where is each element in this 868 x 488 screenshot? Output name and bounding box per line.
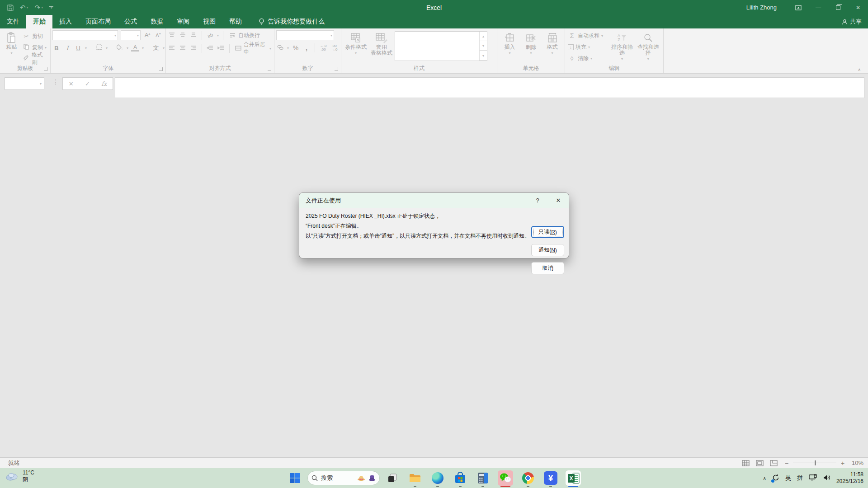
orientation-button[interactable]: ab	[205, 31, 215, 39]
tab-insert[interactable]: 插入	[52, 15, 79, 28]
undo-dropdown-icon[interactable]: ▾	[27, 5, 28, 9]
paste-button[interactable]: 粘贴 ▾	[2, 30, 21, 64]
insert-dropdown-icon[interactable]: ▾	[509, 50, 510, 56]
clear-button[interactable]: ◊清除▾	[567, 53, 609, 63]
autosum-dropdown-icon[interactable]: ▾	[601, 34, 603, 38]
tab-home[interactable]: 开始	[26, 15, 52, 28]
decrease-decimal-button[interactable]: .00→.0	[330, 44, 338, 52]
insert-cells-button[interactable]: 插入 ▾	[500, 30, 520, 64]
fill-dropdown-icon[interactable]: ▾	[588, 45, 590, 49]
format-cells-button[interactable]: 格式 ▾	[542, 30, 562, 64]
tab-view[interactable]: 视图	[196, 15, 222, 28]
restore-button[interactable]	[828, 0, 848, 15]
formula-bar-handle-icon[interactable]: ⋮	[52, 78, 59, 85]
conditional-formatting-button[interactable]: 条件格式 ▾	[343, 30, 368, 64]
bold-button[interactable]: B	[52, 45, 61, 52]
tab-formulas[interactable]: 公式	[118, 15, 144, 28]
taskbar-search-box[interactable]: 搜索	[307, 471, 380, 485]
accounting-format-button[interactable]	[276, 45, 284, 52]
normal-view-button[interactable]	[742, 460, 750, 466]
sort-filter-dropdown-icon[interactable]: ▾	[621, 56, 623, 62]
name-box-dropdown-icon[interactable]: ▾	[40, 82, 42, 86]
font-dialog-launcher[interactable]	[159, 67, 163, 71]
taskbar-icon-chrome[interactable]	[518, 468, 538, 488]
cell-styles-gallery[interactable]: ▴ ▾ ▾	[395, 31, 487, 61]
zoom-level[interactable]: 10%	[849, 460, 863, 466]
percent-style-button[interactable]: %	[292, 44, 300, 52]
taskbar-weather-widget[interactable]: 11°C阴	[5, 469, 34, 483]
autosum-button[interactable]: Σ自动求和▾	[567, 31, 609, 41]
increase-font-size-button[interactable]: A▴	[143, 32, 151, 38]
font-size-combobox[interactable]: ▾	[121, 30, 141, 40]
cancel-button[interactable]: 取消	[531, 262, 564, 274]
format-cells-dropdown-icon[interactable]: ▾	[551, 50, 553, 56]
customize-qat-button[interactable]: ▾	[49, 6, 53, 9]
redo-button[interactable]: ↷▾	[35, 4, 43, 12]
clear-dropdown-icon[interactable]: ▾	[590, 56, 592, 61]
fill-color-dropdown-icon[interactable]: ▾	[127, 46, 128, 50]
tab-help[interactable]: 帮助	[222, 15, 249, 28]
accounting-dropdown-icon[interactable]: ▾	[287, 46, 289, 50]
comma-style-button[interactable]: ,	[302, 44, 311, 52]
page-break-view-button[interactable]	[770, 460, 778, 466]
taskbar-icon-excel[interactable]: X	[563, 468, 583, 488]
minimize-button[interactable]: —	[808, 0, 828, 15]
copy-dropdown-icon[interactable]: ▾	[45, 46, 47, 50]
hidden-icons-chevron-icon[interactable]: ∧	[763, 476, 766, 481]
sort-filter-button[interactable]: AZ 排序和筛选 ▾	[609, 30, 635, 64]
taskbar-icon-task-view[interactable]	[382, 468, 402, 488]
clipboard-dialog-launcher[interactable]	[44, 67, 47, 71]
dialog-close-button[interactable]: ✕	[548, 193, 569, 208]
delete-cells-button[interactable]: 删除 ▾	[521, 30, 541, 64]
volume-tray-icon[interactable]	[823, 474, 830, 482]
notify-button[interactable]: 通知(N)	[531, 244, 564, 256]
ime-english-indicator[interactable]: 英	[785, 474, 791, 482]
gallery-scroll-up-icon[interactable]: ▴	[480, 32, 487, 41]
gallery-scroll-down-icon[interactable]: ▾	[480, 41, 487, 51]
taskbar-clock[interactable]: 11:58 2025/12/16	[836, 471, 863, 485]
tab-file[interactable]: 文件	[0, 15, 26, 28]
insert-function-button[interactable]: fx	[101, 80, 107, 87]
underline-button[interactable]: U	[74, 45, 82, 52]
increase-decimal-button[interactable]: ←.0.00	[319, 44, 327, 52]
fill-button[interactable]: ↓填充▾	[567, 42, 609, 52]
ribbon-display-options-button[interactable]	[788, 0, 808, 15]
align-bottom-button[interactable]	[189, 32, 198, 39]
font-name-dropdown-icon[interactable]: ▾	[114, 33, 116, 38]
page-layout-view-button[interactable]	[756, 460, 764, 466]
collapse-ribbon-icon[interactable]: ∧	[858, 67, 861, 72]
gallery-more-icon[interactable]: ▾	[480, 51, 487, 61]
enter-entry-button[interactable]: ✓	[85, 80, 90, 87]
merge-center-button[interactable]: 合并后居中▾	[234, 43, 272, 53]
orientation-dropdown-icon[interactable]: ▾	[217, 33, 219, 38]
font-color-button[interactable]: A	[131, 45, 139, 52]
find-select-dropdown-icon[interactable]: ▾	[647, 56, 649, 62]
font-name-combobox[interactable]: ▾	[52, 30, 118, 40]
fill-color-button[interactable]	[116, 44, 124, 52]
borders-button[interactable]	[95, 44, 103, 52]
format-painter-button[interactable]: 格式刷	[21, 54, 48, 64]
align-top-button[interactable]	[168, 32, 176, 39]
wrap-text-button[interactable]: 自动换行	[227, 30, 261, 40]
tab-review[interactable]: 审阅	[170, 15, 196, 28]
number-dialog-launcher[interactable]	[335, 67, 338, 71]
borders-dropdown-icon[interactable]: ▾	[106, 46, 108, 50]
decrease-font-size-button[interactable]: A▾	[154, 32, 162, 38]
redo-dropdown-icon[interactable]: ▾	[41, 5, 43, 9]
worksheet-area[interactable]	[0, 102, 868, 457]
sync-update-tray-icon[interactable]	[772, 474, 779, 483]
zoom-in-button[interactable]: +	[840, 460, 845, 467]
find-select-button[interactable]: 查找和选择 ▾	[635, 30, 661, 64]
taskbar-icon-edge[interactable]	[428, 468, 448, 488]
network-tray-icon[interactable]	[809, 474, 817, 482]
align-center-button[interactable]	[179, 45, 187, 52]
alignment-dialog-launcher[interactable]	[268, 67, 271, 71]
paste-dropdown-icon[interactable]: ▾	[10, 50, 12, 56]
close-button[interactable]: ✕	[848, 0, 868, 15]
zoom-slider-thumb[interactable]	[815, 460, 816, 465]
zoom-slider[interactable]	[793, 463, 836, 463]
align-middle-button[interactable]	[179, 32, 187, 39]
taskbar-icon-wechat[interactable]	[495, 468, 515, 488]
formula-bar-input[interactable]	[115, 77, 864, 98]
taskbar-icon-file-explorer[interactable]	[405, 468, 425, 488]
